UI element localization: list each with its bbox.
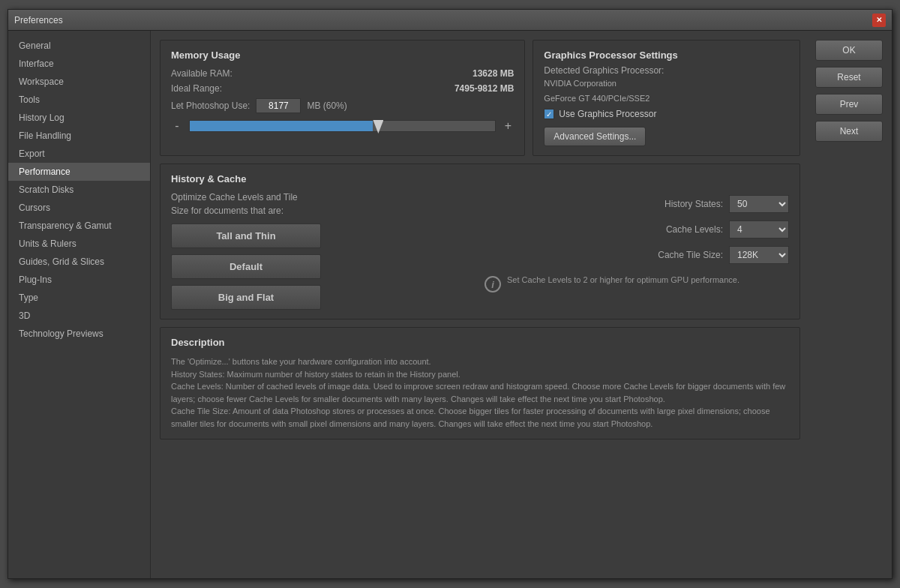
gpu-name-line1: NVIDIA Corporation xyxy=(544,79,789,88)
reset-button[interactable]: Reset xyxy=(815,67,883,88)
sidebar-item-tools[interactable]: Tools xyxy=(8,91,150,109)
slider-minus[interactable]: - xyxy=(171,119,183,133)
description-section: Description The 'Optimize...' buttons ta… xyxy=(160,327,800,440)
memory-slider-track[interactable] xyxy=(189,120,496,132)
use-gpu-checkbox[interactable]: ✓ xyxy=(544,109,554,119)
available-ram-row: Available RAM: 13628 MB xyxy=(171,68,514,79)
sidebar-item-type[interactable]: Type xyxy=(8,289,150,307)
titlebar: Preferences ✕ xyxy=(8,10,892,31)
photoshop-use-row: Let Photoshop Use: MB (60%) xyxy=(171,98,514,113)
info-text: Set Cache Levels to 2 or higher for opti… xyxy=(507,274,740,286)
description-text: The 'Optimize...' buttons take your hard… xyxy=(171,356,789,430)
content-area: GeneralInterfaceWorkspaceToolsHistory Lo… xyxy=(8,31,892,578)
sidebar-item-transparency---gamut[interactable]: Transparency & Gamut xyxy=(8,217,150,235)
use-gpu-label: Use Graphics Processor xyxy=(559,109,656,119)
sidebar-item-technology-previews[interactable]: Technology Previews xyxy=(8,325,150,343)
cache-levels-row: Cache Levels: 4 2 6 8 xyxy=(484,220,789,238)
cache-levels-select[interactable]: 4 2 6 8 xyxy=(729,220,789,238)
slider-fill xyxy=(190,121,373,131)
available-ram-label: Available RAM: xyxy=(171,68,232,79)
next-button[interactable]: Next xyxy=(815,121,883,142)
sidebar-item-export[interactable]: Export xyxy=(8,145,150,163)
cache-right: History States: 50 20 100 Cache Levels: … xyxy=(484,192,789,310)
slider-thumb[interactable] xyxy=(373,120,383,134)
sidebar-item-history-log[interactable]: History Log xyxy=(8,109,150,127)
history-states-select[interactable]: 50 20 100 xyxy=(729,195,789,213)
tall-thin-button[interactable]: Tall and Thin xyxy=(171,224,321,248)
graphics-section: Graphics Processor Settings Detected Gra… xyxy=(532,40,800,156)
sidebar-item-3d[interactable]: 3D xyxy=(8,307,150,325)
ideal-range-row: Ideal Range: 7495-9812 MB xyxy=(171,83,514,94)
optimize-label2: Size for documents that are: xyxy=(171,206,476,216)
sidebar-item-workspace[interactable]: Workspace xyxy=(8,73,150,91)
preferences-window: Preferences ✕ GeneralInterfaceWorkspaceT… xyxy=(8,9,892,579)
default-button[interactable]: Default xyxy=(171,254,321,279)
memory-title: Memory Usage xyxy=(171,50,514,61)
info-icon: i xyxy=(484,276,501,292)
gpu-name-line2: GeForce GT 440/PCIe/SSE2 xyxy=(544,94,789,103)
cache-tile-row: Cache Tile Size: 128K 64K 256K 512K 1024… xyxy=(484,246,789,264)
cache-tile-label: Cache Tile Size: xyxy=(658,250,723,260)
ideal-range-value: 7495-9812 MB xyxy=(454,83,514,94)
gpu-detected-label: Detected Graphics Processor: xyxy=(544,65,789,76)
history-cache-title: History & Cache xyxy=(171,173,789,184)
available-ram-value: 13628 MB xyxy=(472,68,514,79)
sidebar-item-interface[interactable]: Interface xyxy=(8,55,150,73)
cache-levels-label: Cache Levels: xyxy=(666,224,723,235)
cache-buttons: Tall and Thin Default Big and Flat xyxy=(171,224,476,310)
right-buttons: OK Reset Prev Next xyxy=(809,31,892,578)
photoshop-use-label: Let Photoshop Use: xyxy=(171,100,250,111)
cache-left: Optimize Cache Levels and Tile Size for … xyxy=(171,192,476,310)
sidebar-item-general[interactable]: General xyxy=(8,37,150,55)
main-content: Memory Usage Available RAM: 13628 MB Ide… xyxy=(151,31,809,578)
history-states-label: History States: xyxy=(664,199,723,209)
slider-plus[interactable]: + xyxy=(502,119,514,133)
use-gpu-row: ✓ Use Graphics Processor xyxy=(544,109,789,119)
sidebar-item-cursors[interactable]: Cursors xyxy=(8,199,150,217)
sidebar-item-file-handling[interactable]: File Handling xyxy=(8,127,150,145)
description-title: Description xyxy=(171,337,789,348)
optimize-label: Optimize Cache Levels and Tile xyxy=(171,192,476,202)
sidebar-item-performance[interactable]: Performance xyxy=(8,163,150,181)
sidebar-item-plug-ins[interactable]: Plug-Ins xyxy=(8,271,150,289)
sidebar-item-units---rulers[interactable]: Units & Rulers xyxy=(8,235,150,253)
memory-slider-container: - + xyxy=(171,119,514,133)
top-sections: Memory Usage Available RAM: 13628 MB Ide… xyxy=(160,40,800,156)
gpu-title: Graphics Processor Settings xyxy=(544,50,789,61)
sidebar-item-scratch-disks[interactable]: Scratch Disks xyxy=(8,181,150,199)
advanced-settings-button[interactable]: Advanced Settings... xyxy=(544,127,646,146)
prev-button[interactable]: Prev xyxy=(815,94,883,115)
history-cache-section: History & Cache Optimize Cache Levels an… xyxy=(160,164,800,320)
big-flat-button[interactable]: Big and Flat xyxy=(171,285,321,310)
memory-section: Memory Usage Available RAM: 13628 MB Ide… xyxy=(160,40,525,156)
history-cache-content: Optimize Cache Levels and Tile Size for … xyxy=(171,192,789,310)
history-states-row: History States: 50 20 100 xyxy=(484,195,789,213)
sidebar-item-guides--grid---slices[interactable]: Guides, Grid & Slices xyxy=(8,253,150,271)
window-title: Preferences xyxy=(14,15,872,26)
ok-button[interactable]: OK xyxy=(815,40,883,61)
cache-tile-select[interactable]: 128K 64K 256K 512K 1024K xyxy=(729,246,789,264)
sidebar: GeneralInterfaceWorkspaceToolsHistory Lo… xyxy=(8,31,151,578)
info-row: i Set Cache Levels to 2 or higher for op… xyxy=(484,274,789,292)
ideal-range-label: Ideal Range: xyxy=(171,83,222,94)
close-button[interactable]: ✕ xyxy=(872,14,886,27)
photoshop-use-unit: MB (60%) xyxy=(307,100,346,111)
photoshop-use-input[interactable] xyxy=(256,98,301,113)
